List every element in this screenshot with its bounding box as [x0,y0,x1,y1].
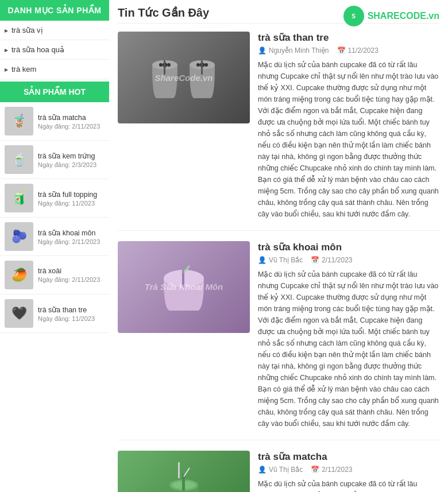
watermark-khoai-mon: Trà Sữa Khoai Môn [145,282,223,292]
article-meta-khoai-mon: 👤 Vũ Thị Bắc 📅 2/11/2023 [258,256,439,264]
sidebar-menu: trà sữa vị trà sữa hoa quả trà kem [0,21,109,79]
product-date: Ngày đăng: 11/2023 [38,315,105,322]
article-thumb-than-tre: ShareCode.vn [118,32,250,123]
list-item[interactable]: 🧋 trà sữa matcha Ngày đăng: 2/11/2023 [0,102,109,141]
cup-icon: 🧃 [11,191,27,206]
sidebar-item-tra-kem[interactable]: trà kem [0,60,109,79]
list-item[interactable]: 🧃 trà sữa full topping Ngày đăng: 11/202… [0,179,109,218]
cup-icon: 🧋 [11,114,27,129]
product-thumb-kem-trung: 🍵 [5,145,33,174]
article-matcha: trà sữa matcha 👤 Vũ Thị Bắc 📅 2/11/2023 … [118,451,439,492]
watermark-than-tre: ShareCode.vn [155,73,213,83]
article-meta-than-tre: 👤 Nguyễn Minh Thiện 📅 11/2/2023 [258,47,439,55]
product-thumb-matcha: 🧋 [5,107,33,135]
product-info: trà sữa khoai môn Ngày đăng: 2/11/2023 [38,228,105,245]
sidebar-item-tra-sua-hoa-qua[interactable]: trà sữa hoa quả [0,40,109,60]
logo-name: SHARECODE [368,11,426,21]
article-khoai-mon: Trà Sữa Khoai Môn trà sữa khoai môn 👤 Vũ… [118,241,439,440]
article-body-matcha: trà sữa matcha 👤 Vũ Thị Bắc 📅 2/11/2023 … [258,451,439,492]
product-date: Ngày đăng: 11/2023 [38,200,105,207]
product-thumb-than-tre: 🖤 [5,299,33,328]
author-icon: 👤 Vũ Thị Bắc [258,256,303,264]
list-item[interactable]: 🖤 trà sữa than tre Ngày đăng: 11/2023 [0,295,109,333]
article-date: 2/11/2023 [322,466,352,474]
author-name: Vũ Thị Bắc [269,256,303,264]
article-thumb-matcha [118,451,250,492]
sidebar-link-tra-kem[interactable]: trà kem [0,60,109,79]
sidebar-link-tra-sua-vi[interactable]: trà sữa vị [0,21,109,40]
product-title: trà sữa full topping [38,190,105,199]
logo-icon-letter: S [352,13,356,20]
date-icon: 📅 2/11/2023 [311,466,352,474]
list-item[interactable]: 🫐 trà sữa khoai môn Ngày đăng: 2/11/2023 [0,218,109,256]
article-date: 2/11/2023 [322,256,352,264]
product-date: Ngày đăng: 2/11/2023 [38,123,105,130]
article-body-than-tre: trà sữa than tre 👤 Nguyễn Minh Thiện 📅 1… [258,32,439,220]
article-desc-khoai-mon: Mặc dù lịch sử của bánh cupcake đã có từ… [258,269,439,429]
article-meta-matcha: 👤 Vũ Thị Bắc 📅 2/11/2023 [258,466,439,474]
logo-area: S SHARECODE.vn [343,6,439,26]
hot-products-list: 🧋 trà sữa matcha Ngày đăng: 2/11/2023 🍵 … [0,102,109,333]
article-thumb-khoai-mon: Trà Sữa Khoai Môn [118,241,250,333]
product-date: Ngày đăng: 2/11/2023 [38,276,105,283]
main-content: S SHARECODE.vn Tin Tức Gần Đây [109,0,448,492]
product-title: trà sữa matcha [38,113,105,122]
sidebar-hot-header: SẢN PHẨM HOT [0,82,109,102]
article-body-khoai-mon: trà sữa khoai môn 👤 Vũ Thị Bắc 📅 2/11/20… [258,241,439,429]
product-date: Ngày đăng: 2/3/2023 [38,161,105,168]
product-thumb-full-top: 🧃 [5,184,33,212]
logo-suffix: .vn [426,11,439,21]
matcha-illustration [155,462,213,492]
svg-point-10 [204,63,208,67]
list-item[interactable]: 🍵 trà sữa kem trứng Ngày đăng: 2/3/2023 [0,141,109,179]
svg-line-20 [184,468,190,476]
author-icon: 👤 Vũ Thị Bắc [258,466,303,474]
article-image-matcha [118,451,250,492]
product-title: trà sữa than tre [38,305,105,314]
cup-icon: 🥭 [11,268,27,282]
article-than-tre: ShareCode.vn trà sữa than tre 👤 Nguyễn M… [118,32,439,231]
product-title: trà xoài [38,267,105,275]
product-info: trà sữa full topping Ngày đăng: 11/2023 [38,190,105,207]
product-date: Ngày đăng: 2/11/2023 [38,238,105,245]
author-name: Vũ Thị Bắc [269,466,303,474]
article-title-khoai-mon[interactable]: trà sữa khoai môn [258,241,439,253]
product-info: trà xoài Ngày đăng: 2/11/2023 [38,267,105,283]
article-date: 11/2/2023 [348,47,379,55]
svg-point-4 [167,63,171,67]
product-info: trà sữa matcha Ngày đăng: 2/11/2023 [38,113,105,130]
cup-icon: 🖤 [11,306,27,321]
logo-text: SHARECODE.vn [368,11,439,21]
svg-point-9 [196,63,200,67]
author-icon: 👤 Nguyễn Minh Thiện [258,47,329,55]
logo-icon: S [343,6,364,26]
article-title-than-tre[interactable]: trà sữa than tre [258,32,439,44]
product-info: trà sữa than tre Ngày đăng: 11/2023 [38,305,105,322]
sidebar-header: DANH MỤC SẢN PHẨM [0,0,109,21]
svg-rect-21 [178,462,180,478]
product-title: trà sữa kem trứng [38,152,105,160]
product-thumb-khoai-mon: 🫐 [5,222,33,251]
author-name: Nguyễn Minh Thiện [269,47,329,55]
sidebar-item-tra-sua-vi[interactable]: trà sữa vị [0,21,109,40]
sidebar-link-tra-sua-hoa-qua[interactable]: trà sữa hoa quả [0,40,109,59]
product-thumb-xoai: 🥭 [5,261,33,289]
cup-icon: 🫐 [11,229,27,244]
article-title-matcha[interactable]: trà sữa matcha [258,451,439,463]
cup-icon: 🍵 [11,152,27,167]
date-icon: 📅 11/2/2023 [337,47,379,55]
article-desc-matcha: Mặc dù lịch sử của bánh cupcake đã có từ… [258,478,439,492]
product-info: trà sữa kem trứng Ngày đăng: 2/3/2023 [38,152,105,168]
date-icon: 📅 2/11/2023 [311,256,352,264]
list-item[interactable]: 🥭 trà xoài Ngày đăng: 2/11/2023 [0,256,109,295]
article-desc-than-tre: Mặc dù lịch sử của bánh cupcake đã có từ… [258,59,439,220]
svg-point-3 [159,63,163,67]
sidebar: DANH MỤC SẢN PHẨM trà sữa vị trà sữa hoa… [0,0,109,492]
product-title: trà sữa khoai môn [38,228,105,237]
